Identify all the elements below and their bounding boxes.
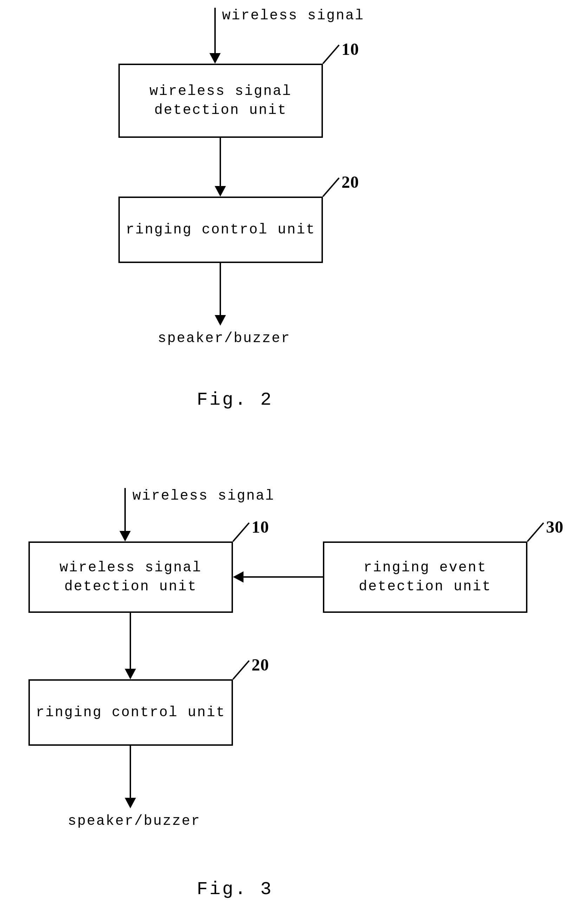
fig3-input-label: wireless signal [133, 488, 275, 504]
svg-line-16 [233, 523, 249, 542]
svg-marker-3 [215, 186, 226, 197]
fig3-box20-ref: 20 [252, 655, 269, 674]
svg-line-6 [323, 45, 339, 63]
fig2-wireless-signal-detection-unit-box: wireless signaldetection unit [119, 63, 323, 138]
fig2-ringing-control-unit-box: ringing control unit [119, 197, 323, 263]
svg-marker-5 [215, 315, 226, 325]
svg-marker-11 [233, 571, 244, 582]
svg-marker-13 [125, 669, 136, 679]
fig3-wireless-signal-detection-unit-box: wireless signaldetection unit [28, 542, 233, 613]
fig3-box30-ref: 30 [546, 517, 563, 537]
svg-line-7 [323, 178, 339, 197]
fig2-box20-text: ringing control unit [126, 220, 315, 239]
svg-marker-15 [125, 798, 136, 808]
fig3-output-label: speaker/buzzer [68, 813, 201, 829]
svg-marker-9 [120, 531, 131, 542]
fig3-ringing-control-unit-box: ringing control unit [28, 679, 233, 746]
svg-line-18 [233, 660, 249, 679]
fig3-box10-ref: 10 [252, 517, 269, 537]
fig3-box30-text: ringing eventdetection unit [359, 558, 492, 596]
fig3-ringing-event-detection-unit-box: ringing eventdetection unit [323, 542, 528, 613]
fig3-box10-text: wireless signaldetection unit [59, 558, 202, 596]
fig2-box10-ref: 10 [341, 39, 359, 59]
fig2-box20-ref: 20 [341, 172, 359, 192]
page: wireless signal wireless signaldetection… [0, 0, 578, 924]
fig2-output-label: speaker/buzzer [158, 330, 291, 346]
fig2-input-label: wireless signal [222, 8, 364, 24]
svg-line-17 [528, 523, 544, 542]
fig3-box20-text: ringing control unit [36, 703, 226, 722]
fig2-box10-text: wireless signaldetection unit [149, 82, 292, 120]
svg-marker-1 [209, 53, 221, 63]
fig2-caption: Fig. 2 [197, 390, 273, 410]
connectors-overlay [0, 0, 578, 924]
fig3-caption: Fig. 3 [197, 879, 273, 900]
